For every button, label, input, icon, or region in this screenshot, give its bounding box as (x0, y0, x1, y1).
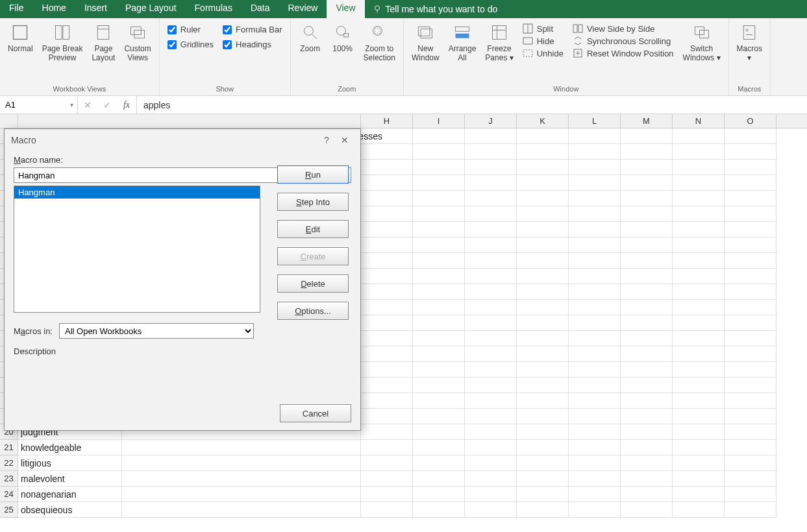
cell[interactable] (361, 175, 413, 191)
tab-file[interactable]: File (0, 0, 33, 18)
cell[interactable] (413, 175, 465, 191)
cell[interactable] (725, 409, 776, 424)
cell[interactable] (361, 346, 413, 362)
page-layout-button[interactable]: Page Layout (88, 21, 119, 84)
cell[interactable]: obsequieous (18, 502, 122, 518)
cell[interactable] (361, 331, 413, 346)
cell[interactable] (517, 331, 569, 346)
cell[interactable] (361, 409, 413, 424)
cell[interactable] (122, 502, 361, 518)
cell[interactable] (673, 128, 725, 144)
cell[interactable] (725, 128, 776, 144)
tab-data[interactable]: Data (242, 0, 279, 18)
cell[interactable] (413, 487, 465, 502)
cell[interactable] (361, 284, 413, 300)
row-header[interactable]: 23 (0, 471, 18, 487)
cell[interactable] (725, 393, 776, 409)
cell[interactable] (465, 144, 517, 160)
cell[interactable] (569, 315, 621, 331)
cell[interactable] (361, 253, 413, 269)
cell[interactable] (361, 206, 413, 222)
cell[interactable] (413, 315, 465, 331)
cell[interactable] (673, 440, 725, 455)
cell[interactable] (621, 284, 673, 300)
formula-input[interactable]: apples (137, 96, 807, 114)
cell[interactable] (725, 346, 776, 362)
cell[interactable] (361, 269, 413, 284)
cell[interactable] (465, 346, 517, 362)
cell[interactable] (621, 175, 673, 191)
cell[interactable] (517, 346, 569, 362)
tab-review[interactable]: Review (279, 0, 327, 18)
cell[interactable] (569, 440, 621, 455)
cell[interactable] (569, 362, 621, 378)
cell[interactable] (725, 160, 776, 175)
cell[interactable] (517, 393, 569, 409)
cell[interactable] (621, 160, 673, 175)
cell[interactable] (569, 331, 621, 346)
cell[interactable] (725, 315, 776, 331)
cell[interactable] (517, 269, 569, 284)
column-header-m[interactable]: M (621, 114, 673, 128)
cell[interactable] (465, 393, 517, 409)
cell[interactable] (673, 346, 725, 362)
cell[interactable] (725, 144, 776, 160)
cell[interactable] (569, 284, 621, 300)
headings-checkbox[interactable]: Headings (223, 40, 282, 49)
cell[interactable] (361, 160, 413, 175)
macro-list-item[interactable]: Hangman (14, 186, 260, 199)
view-side-by-side-button[interactable]: View Side by Side (573, 23, 674, 34)
formula-enter-button[interactable]: ✓ (97, 100, 117, 110)
select-all-corner[interactable] (0, 114, 18, 128)
insert-function-button[interactable]: fx (117, 100, 136, 110)
cell[interactable] (621, 487, 673, 502)
cell[interactable] (413, 253, 465, 269)
cell[interactable] (465, 206, 517, 222)
cell[interactable] (413, 160, 465, 175)
cell[interactable] (725, 284, 776, 300)
cell[interactable] (361, 222, 413, 237)
cell[interactable] (465, 502, 517, 518)
cell[interactable] (465, 175, 517, 191)
cell[interactable] (465, 455, 517, 471)
cell[interactable] (517, 315, 569, 331)
cell[interactable] (569, 502, 621, 518)
cell[interactable] (621, 206, 673, 222)
cell[interactable] (621, 440, 673, 455)
switch-windows-button[interactable]: Switch Windows ▾ (679, 21, 725, 84)
cell[interactable] (621, 331, 673, 346)
cell[interactable] (569, 378, 621, 393)
cell[interactable] (517, 378, 569, 393)
cell[interactable] (621, 315, 673, 331)
cell[interactable]: litigious (18, 455, 122, 471)
cell[interactable] (725, 206, 776, 222)
column-header-i[interactable]: I (413, 114, 465, 128)
cell[interactable] (517, 455, 569, 471)
macro-list[interactable]: Hangman (14, 186, 260, 313)
cell[interactable] (465, 269, 517, 284)
cell[interactable] (517, 502, 569, 518)
column-header-j[interactable]: J (465, 114, 517, 128)
cell[interactable] (413, 502, 465, 518)
close-button[interactable]: ✕ (336, 135, 354, 145)
arrange-all-button[interactable]: Arrange All (445, 21, 480, 84)
cell[interactable] (673, 222, 725, 237)
row-header[interactable]: 25 (0, 502, 18, 518)
column-header-n[interactable]: N (673, 114, 725, 128)
cell[interactable] (361, 393, 413, 409)
cell[interactable] (673, 175, 725, 191)
cell[interactable] (569, 253, 621, 269)
cell[interactable] (361, 191, 413, 206)
cell[interactable] (413, 471, 465, 487)
normal-view-button[interactable]: Normal (4, 21, 37, 84)
cell[interactable] (517, 237, 569, 253)
cell[interactable] (361, 487, 413, 502)
cell[interactable] (673, 160, 725, 175)
cell[interactable] (413, 191, 465, 206)
cell[interactable] (725, 222, 776, 237)
cell[interactable] (465, 284, 517, 300)
cell[interactable] (673, 471, 725, 487)
cell[interactable] (673, 487, 725, 502)
new-window-button[interactable]: New Window (408, 21, 443, 84)
cell[interactable] (361, 378, 413, 393)
